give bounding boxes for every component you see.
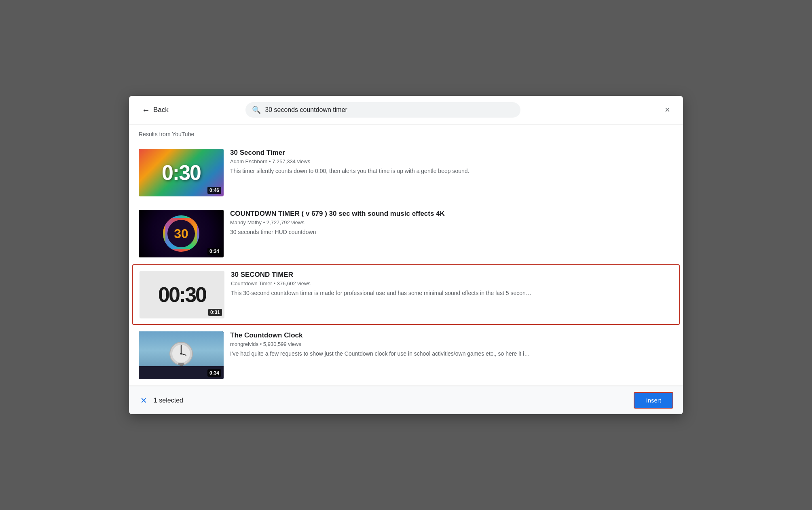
dialog: ← Back 🔍 × Results from YouTube 0:30 [129,96,683,414]
video-description: 30 seconds timer HUD countdown [230,228,673,236]
video-info: The Countdown Clock mongrelvids • 5,930,… [230,331,673,358]
selected-count-label: 1 selected [154,397,183,404]
list-item[interactable]: 00:30 0:31 30 SECOND TIMER Countdown Tim… [132,264,680,325]
back-button[interactable]: ← Back [139,104,172,116]
video-thumbnail: 0:30 0:46 [139,149,224,196]
video-thumbnail: 00:30 0:31 [140,271,224,318]
video-info: COUNTDOWN TIMER ( v 679 ) 30 sec with so… [230,210,673,236]
back-arrow-icon: ← [142,106,150,114]
results-section: Results from YouTube 0:30 0:46 30 Second… [129,124,683,386]
video-meta: Countdown Timer • 376,602 views [231,280,672,287]
video-description: This 30-second countdown timer is made f… [231,289,672,297]
svg-point-4 [180,353,182,355]
list-item[interactable]: 0:30 0:46 30 Second Timer Adam Eschborn … [129,142,683,203]
video-thumbnail: 0:34 [139,331,224,379]
video-info: 30 SECOND TIMER Countdown Timer • 376,60… [231,271,672,297]
insert-button[interactable]: Insert [634,392,673,409]
search-input[interactable] [265,106,514,114]
search-container: 🔍 [245,102,520,118]
video-title: COUNTDOWN TIMER ( v 679 ) 30 sec with so… [230,210,673,218]
duration-badge: 0:46 [207,187,221,194]
video-list: 0:30 0:46 30 Second Timer Adam Eschborn … [129,142,683,386]
video-thumbnail: 30 0:34 [139,210,224,257]
video-title: The Countdown Clock [230,331,673,339]
duration-badge: 0:34 [207,248,221,255]
list-item[interactable]: 0:34 The Countdown Clock mongrelvids • 5… [129,325,683,386]
results-label: Results from YouTube [129,131,683,142]
video-title: 30 SECOND TIMER [231,271,672,279]
duration-badge: 0:31 [208,309,222,316]
search-icon: 🔍 [252,105,261,114]
deselect-button[interactable]: ✕ [139,394,149,407]
close-button[interactable]: × [662,104,673,116]
video-meta: Adam Eschborn • 7,257,334 views [230,158,673,164]
video-description: I've had quite a few requests to show ju… [230,350,673,358]
footer-left: ✕ 1 selected [139,394,183,407]
dialog-header: ← Back 🔍 × [129,96,683,124]
thumb-number: 30 [167,220,195,247]
back-label: Back [153,106,169,114]
video-title: 30 Second Timer [230,149,673,157]
video-meta: Mandy Mathy • 2,727,792 views [230,219,673,225]
duration-badge: 0:34 [207,369,221,377]
video-info: 30 Second Timer Adam Eschborn • 7,257,33… [230,149,673,175]
video-meta: mongrelvids • 5,930,599 views [230,341,673,347]
video-description: This timer silently counts down to 0:00,… [230,167,673,175]
dialog-footer: ✕ 1 selected Insert [129,386,683,414]
dialog-overlay: ← Back 🔍 × Results from YouTube 0:30 [129,96,683,414]
svg-rect-5 [178,363,184,365]
list-item[interactable]: 30 0:34 COUNTDOWN TIMER ( v 679 ) 30 sec… [129,203,683,264]
